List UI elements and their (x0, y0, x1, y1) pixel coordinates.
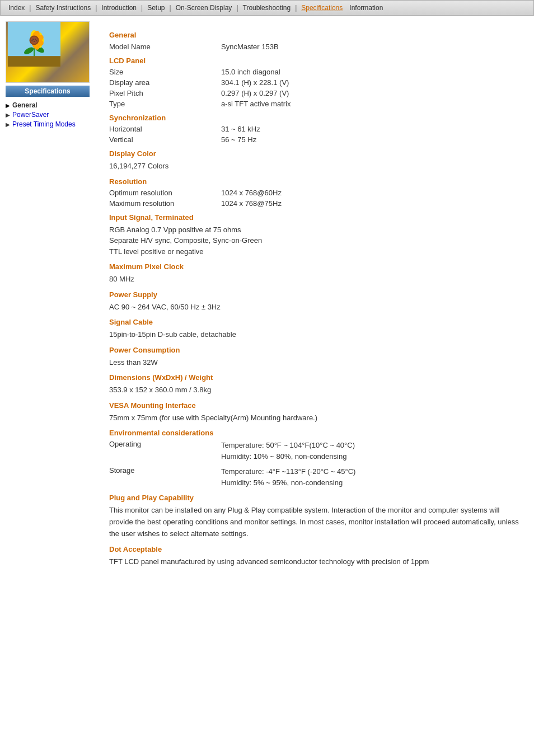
nav-index[interactable]: Index (5, 3, 28, 13)
optimum-value: 1024 x 768@60Hz (221, 189, 523, 197)
vertical-row: Vertical 56 ~ 75 Hz (109, 135, 523, 144)
sidebar-section-label: Specifications (6, 86, 90, 97)
max-pixel-value: 80 MHz (109, 274, 523, 285)
arrow-icon-general: ▶ (6, 102, 10, 109)
nav-sep-3: | (140, 4, 144, 12)
content-area: General Model Name SyncMaster 153B LCD P… (104, 21, 528, 572)
maximum-resolution-row: Maximum resolution 1024 x 768@75Hz (109, 199, 523, 208)
navigation-bar: Index | Safety Instructions | Introducti… (0, 0, 534, 16)
type-value: a-si TFT active matrix (221, 100, 523, 108)
horizontal-label: Horizontal (109, 125, 221, 133)
sidebar-logo (6, 21, 90, 83)
nav-sep-6: | (294, 4, 298, 12)
vesa-value: 75mm x 75mm (for use with Specialty(Arm)… (109, 412, 523, 424)
power-supply-value: AC 90 ~ 264 VAC, 60/50 Hz ± 3Hz (109, 302, 523, 313)
svg-point-17 (34, 41, 35, 42)
nav-setup[interactable]: Setup (144, 3, 168, 13)
nav-specifications[interactable]: Specifications (298, 3, 346, 13)
vertical-label: Vertical (109, 135, 221, 144)
optimum-resolution-row: Optimum resolution 1024 x 768@60Hz (109, 189, 523, 197)
svg-rect-1 (8, 56, 60, 67)
dimensions-header: Dimensions (WxDxH) / Weight (109, 373, 523, 382)
svg-point-15 (32, 39, 34, 40)
type-row: Type a-si TFT active matrix (109, 100, 523, 108)
pixel-pitch-row: Pixel Pitch 0.297 (H) x 0.297 (V) (109, 89, 523, 97)
power-consumption-value: Less than 32W (109, 357, 523, 368)
sync-header: Synchronization (109, 114, 523, 122)
svg-point-18 (31, 40, 32, 41)
horizontal-value: 31 ~ 61 kHz (221, 125, 523, 133)
model-row: Model Name SyncMaster 153B (109, 43, 523, 51)
nav-sep-4: | (168, 4, 172, 12)
nav-sep-5: | (235, 4, 239, 12)
sidebar-nav: ▶ General ▶ PowerSaver ▶ Preset Timing M… (6, 101, 90, 128)
general-header: General (109, 31, 523, 39)
arrow-icon-powersaver: ▶ (6, 112, 10, 118)
model-value: SyncMaster 153B (221, 43, 523, 51)
max-pixel-header: Maximum Pixel Clock (109, 262, 523, 271)
lcd-panel-header: LCD Panel (109, 57, 523, 65)
nav-sep-1: | (28, 4, 32, 12)
power-consumption-header: Power Consumption (109, 346, 523, 354)
nav-sep-2: | (94, 4, 98, 12)
signal-cable-value: 15pin-to-15pin D-sub cable, detachable (109, 329, 523, 340)
dot-acceptable-value: TFT LCD panel manufactured by using adva… (109, 556, 523, 567)
operating-value: Temperature: 50°F ~ 104°F(10°C ~ 40°C) H… (221, 440, 523, 462)
input-signal-value: RGB Analog 0.7 Vpp positive at 75 ohms S… (109, 224, 523, 257)
vertical-value: 56 ~ 75 Hz (221, 135, 523, 144)
env-header: Environmental considerations (109, 429, 523, 437)
dot-acceptable-header: Dot Acceptable (109, 545, 523, 553)
maximum-label: Maximum resolution (109, 199, 221, 208)
dimensions-value: 353.9 x 152 x 360.0 mm / 3.8kg (109, 384, 523, 396)
storage-value: Temperature: -4°F ~113°F (-20°C ~ 45°C) … (221, 466, 523, 488)
storage-label: Storage (109, 466, 221, 475)
nav-information[interactable]: Information (346, 3, 386, 13)
pixel-pitch-value: 0.297 (H) x 0.297 (V) (221, 89, 523, 97)
signal-cable-header: Signal Cable (109, 318, 523, 326)
nav-safety[interactable]: Safety Instructions (32, 3, 94, 13)
arrow-icon-preset: ▶ (6, 121, 10, 128)
power-supply-header: Power Supply (109, 290, 523, 299)
nav-introduction[interactable]: Introduction (98, 3, 140, 13)
vesa-header: VESA Mounting Interface (109, 401, 523, 410)
size-value: 15.0 inch diagonal (221, 68, 523, 76)
maximum-value: 1024 x 768@75Hz (221, 199, 523, 208)
input-signal-header: Input Signal, Terminated (109, 213, 523, 222)
svg-point-16 (35, 39, 36, 40)
sidebar: Specifications ▶ General ▶ PowerSaver ▶ … (6, 21, 104, 572)
sidebar-item-powersaver[interactable]: ▶ PowerSaver (6, 111, 90, 119)
display-area-value: 304.1 (H) x 228.1 (V) (221, 78, 523, 87)
operating-label: Operating (109, 440, 221, 448)
sidebar-item-preset[interactable]: ▶ Preset Timing Modes (6, 120, 90, 128)
type-label: Type (109, 100, 221, 108)
size-row: Size 15.0 inch diagonal (109, 68, 523, 76)
optimum-label: Optimum resolution (109, 189, 221, 197)
nav-troubleshooting[interactable]: Troubleshooting (240, 3, 294, 13)
storage-row: Storage Temperature: -4°F ~113°F (-20°C … (109, 466, 523, 488)
display-color-value: 16,194,277 Colors (109, 161, 523, 172)
resolution-header: Resolution (109, 177, 523, 186)
display-area-row: Display area 304.1 (H) x 228.1 (V) (109, 78, 523, 87)
main-container: Specifications ▶ General ▶ PowerSaver ▶ … (0, 16, 534, 578)
display-color-header: Display Color (109, 149, 523, 158)
horizontal-row: Horizontal 31 ~ 61 kHz (109, 125, 523, 133)
sidebar-item-general[interactable]: ▶ General (6, 101, 90, 109)
display-area-label: Display area (109, 78, 221, 87)
size-label: Size (109, 68, 221, 76)
svg-point-14 (30, 36, 38, 44)
plug-play-header: Plug and Play Capability (109, 494, 523, 502)
svg-point-19 (36, 40, 37, 41)
operating-row: Operating Temperature: 50°F ~ 104°F(10°C… (109, 440, 523, 462)
pixel-pitch-label: Pixel Pitch (109, 89, 221, 97)
nav-osd[interactable]: On-Screen Display (172, 3, 236, 13)
model-label: Model Name (109, 43, 221, 51)
plug-play-value: This monitor can be installed on any Plu… (109, 505, 523, 539)
